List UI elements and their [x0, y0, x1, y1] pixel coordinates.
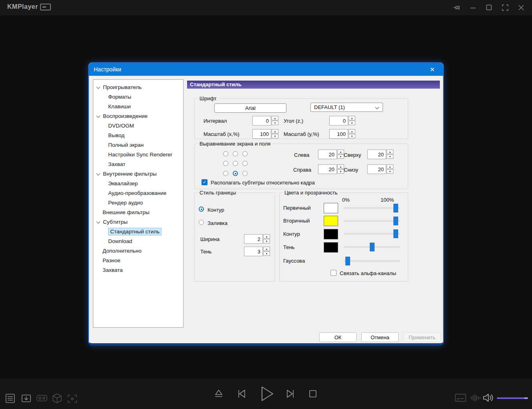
subtitles-icon[interactable]	[454, 393, 467, 404]
slider-handle[interactable]	[393, 204, 398, 213]
spin-up-button[interactable]: ▲	[337, 150, 344, 154]
tree-item-standard-style[interactable]: Стандартный стиль	[93, 227, 183, 236]
tree-item-sync-renderer[interactable]: Настройки Sync Renderer	[93, 150, 183, 159]
dialog-close-icon[interactable]: ×	[427, 64, 437, 75]
align-radio-top-left[interactable]	[223, 151, 228, 156]
tree-item-capture2[interactable]: Захвата	[93, 265, 183, 275]
play-icon[interactable]	[255, 383, 277, 406]
tree-item-keys[interactable]: Клавиши	[93, 101, 183, 111]
tree-item-additional[interactable]: Дополнительно	[93, 246, 183, 255]
dialog-titlebar[interactable]: Настройки ×	[89, 63, 443, 76]
spin-up-button[interactable]: ▲	[349, 129, 355, 134]
slider-handle[interactable]	[393, 229, 398, 238]
tree-item-external-filters[interactable]: Внешние фильтры	[93, 207, 183, 217]
secondary-alpha-slider[interactable]	[344, 220, 400, 222]
eject-icon[interactable]	[214, 388, 224, 401]
align-radio-middle-center[interactable]	[233, 161, 238, 166]
spin-down-button[interactable]: ▼	[349, 121, 355, 125]
tree-item-fullscreen[interactable]: Полный экран	[93, 140, 183, 150]
tree-item-dvd-ogm[interactable]: DVD/OGM	[93, 121, 183, 130]
align-radio-bottom-center[interactable]	[233, 171, 238, 176]
tree-item-player[interactable]: Проигрыватель	[93, 82, 183, 92]
spin-up-button[interactable]: ▲	[349, 116, 355, 120]
align-radio-top-right[interactable]	[242, 151, 248, 156]
previous-icon[interactable]	[236, 388, 247, 401]
playlist-icon[interactable]	[5, 393, 16, 405]
spin-up-button[interactable]: ▲	[272, 129, 278, 134]
align-radio-middle-left[interactable]	[223, 161, 228, 166]
spin-up-button[interactable]: ▲	[387, 164, 393, 169]
gaussian-slider[interactable]	[344, 260, 400, 262]
download-icon[interactable]	[21, 393, 32, 405]
spin-down-button[interactable]: ▼	[337, 154, 344, 159]
tree-item-internal-filters[interactable]: Внутренние фильтры	[93, 169, 183, 178]
spin-up-button[interactable]: ▲	[263, 247, 270, 251]
tree-item-output[interactable]: Вывод	[93, 130, 183, 140]
scale-y-spinner: 100 ▲▼	[329, 129, 355, 139]
preset-dropdown[interactable]: DEFAULT (1)	[310, 103, 383, 112]
close-window-icon[interactable]	[516, 2, 526, 13]
link-alpha-checkbox[interactable]	[330, 270, 337, 276]
shadow-alpha-slider[interactable]	[344, 246, 400, 248]
outline-color-swatch[interactable]	[324, 229, 338, 239]
minimize-icon[interactable]	[468, 2, 478, 13]
align-radio-top-center[interactable]	[233, 151, 238, 156]
shadow-color-label: Тень	[283, 244, 294, 250]
scale-x-label: Масштаб (x,%)	[204, 131, 240, 137]
spin-up-button[interactable]: ▲	[272, 116, 278, 120]
vr-goggles-icon[interactable]	[36, 394, 48, 404]
shadow-color-swatch[interactable]	[324, 242, 338, 253]
spin-up-button[interactable]: ▲	[263, 234, 270, 239]
panel-header: Стандартный стиль	[187, 81, 440, 89]
primary-color-swatch[interactable]	[324, 203, 338, 213]
outline-alpha-slider[interactable]	[344, 233, 400, 235]
outline-radio[interactable]	[199, 207, 204, 212]
font-select-button[interactable]: Arial	[214, 103, 286, 113]
tree-item-subtitles[interactable]: Субтитры	[93, 217, 183, 227]
align-radio-middle-right[interactable]	[242, 161, 248, 166]
snapshot-icon[interactable]	[67, 393, 78, 406]
volume-icon[interactable]	[482, 392, 494, 405]
cancel-button[interactable]: Отмена	[361, 332, 399, 342]
tree-item-equalizer[interactable]: Эквалайзер	[93, 178, 183, 188]
secondary-color-swatch[interactable]	[324, 216, 338, 226]
fill-radio[interactable]	[199, 220, 204, 225]
slider-handle[interactable]	[370, 243, 375, 251]
align-radio-bottom-right[interactable]	[242, 171, 248, 176]
maximize-icon[interactable]	[484, 2, 494, 13]
spin-up-button[interactable]: ▲	[387, 150, 393, 154]
fullscreen-icon[interactable]	[500, 2, 510, 13]
primary-alpha-slider[interactable]	[344, 207, 400, 209]
tree-item-misc[interactable]: Разное	[93, 255, 183, 265]
relative-frame-checkbox[interactable]: ✓	[202, 179, 208, 185]
spin-down-button[interactable]: ▼	[337, 169, 344, 174]
spin-down-button[interactable]: ▼	[263, 239, 270, 243]
3d-cube-icon[interactable]	[52, 393, 62, 406]
tree-item-formats[interactable]: Форматы	[93, 92, 183, 101]
next-icon[interactable]	[285, 388, 296, 401]
spin-down-button[interactable]: ▼	[272, 134, 278, 138]
apply-button[interactable]: Применить	[403, 332, 441, 342]
spin-down-button[interactable]: ▼	[263, 251, 270, 256]
tree-item-audio-render[interactable]: Рендер аудио	[93, 198, 183, 207]
stop-icon[interactable]	[308, 389, 318, 401]
ok-button[interactable]: ОК	[319, 332, 357, 342]
pin-icon[interactable]	[452, 2, 462, 13]
equalizer-icon[interactable]	[470, 394, 481, 404]
slider-handle[interactable]	[393, 217, 398, 225]
spin-down-button[interactable]: ▼	[387, 169, 393, 174]
spin-up-button[interactable]: ▲	[337, 164, 344, 169]
spin-down-button[interactable]: ▼	[387, 154, 393, 159]
margin-right-label: Справа	[293, 167, 311, 173]
spin-down-button[interactable]: ▼	[349, 134, 355, 138]
tree-item-playback[interactable]: Воспроизведение	[93, 111, 183, 121]
tree-item-download[interactable]: Download	[93, 236, 183, 246]
volume-slider[interactable]	[497, 397, 528, 399]
slider-handle[interactable]	[345, 257, 350, 265]
spin-down-button[interactable]: ▼	[272, 121, 278, 125]
alignment-group: Выравнивание экрана и поля Слева 20 ▲▼ С…	[194, 144, 408, 189]
tree-item-audio-transform[interactable]: Аудио-преобразование	[93, 188, 183, 198]
tree-item-capture[interactable]: Захват	[93, 159, 183, 169]
align-radio-bottom-left[interactable]	[223, 171, 228, 176]
angle-label: Угол (z,)	[284, 118, 303, 124]
